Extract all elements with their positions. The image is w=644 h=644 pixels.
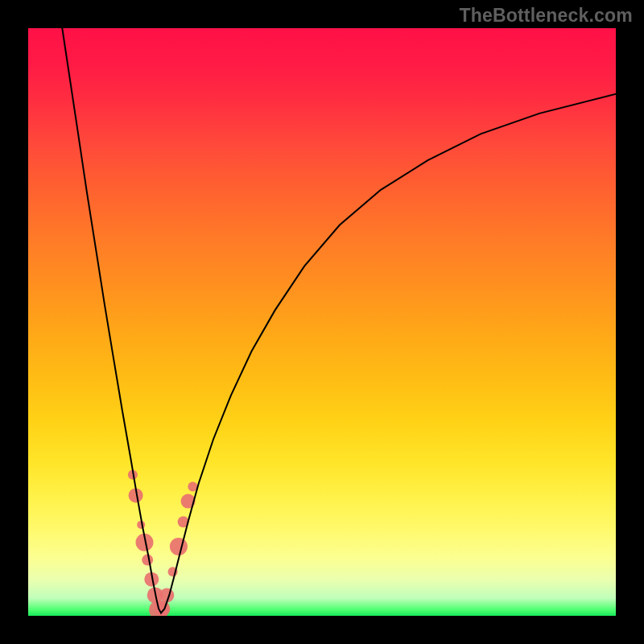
chart-frame: TheBottleneck.com <box>0 0 644 644</box>
highlight-marker <box>170 538 188 555</box>
watermark-text: TheBottleneck.com <box>459 5 633 27</box>
bottleneck-curve <box>62 28 616 613</box>
plot-area <box>28 28 616 616</box>
highlight-marker <box>142 555 153 566</box>
chart-svg <box>28 28 616 616</box>
highlight-markers-group <box>128 470 198 616</box>
